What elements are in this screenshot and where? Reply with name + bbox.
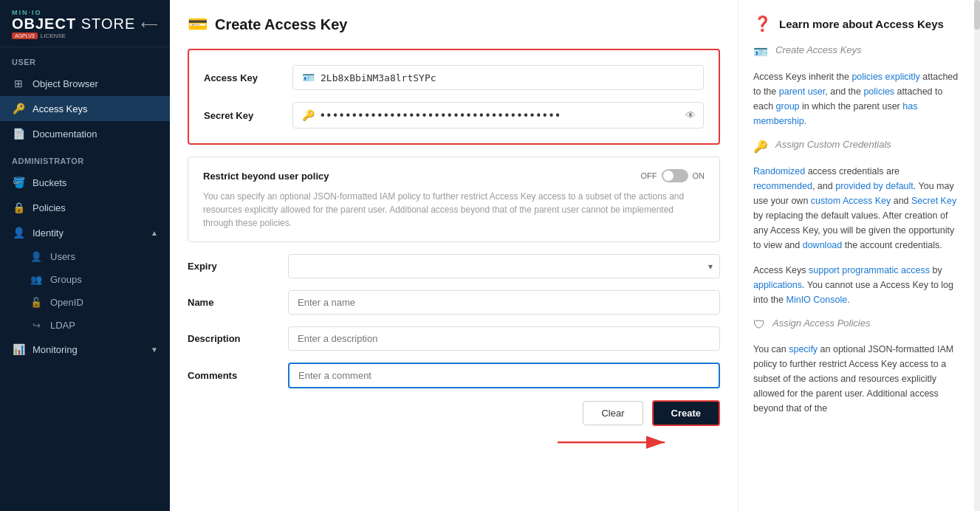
sidebar-item-label: OpenID [50, 297, 83, 308]
scrollbar-track[interactable] [974, 0, 980, 511]
sidebar-item-label: Object Browser [32, 78, 158, 89]
help-creds-label: Assign Custom Credentials [775, 139, 891, 150]
help-section-create: 🪪 Create Access Keys [753, 44, 959, 59]
sidebar-item-label: Policies [32, 202, 158, 213]
sidebar-item-buckets[interactable]: 🪣 Buckets [0, 170, 170, 195]
name-input[interactable] [288, 290, 720, 315]
help-icon: ❓ [753, 15, 772, 32]
restrict-policy-section: Restrict beyond user policy OFF ON You c… [188, 157, 720, 242]
secret-key-field: Secret Key 🔑 •••••••••••••••••••••••••••… [204, 102, 704, 128]
sidebar-logo: MIN·IO OBJECT STORE AGPLV3 LICENSE ⟵ [0, 0, 170, 47]
sidebar-item-monitoring[interactable]: 📊 Monitoring ▼ [0, 337, 170, 362]
description-input[interactable] [288, 326, 720, 351]
comments-label: Comments [188, 370, 276, 381]
name-label: Name [188, 297, 276, 308]
create-button[interactable]: Create [652, 400, 720, 426]
secret-key-dots: •••••••••••••••••••••••••••••••••••••• [321, 109, 694, 122]
expiry-field: Expiry 1 Hour 1 Day 7 Days ▾ [188, 254, 720, 278]
clear-button[interactable]: Clear [583, 401, 643, 425]
help-creds-text: Randomized access credentials are recomm… [753, 164, 959, 253]
help-programmatic-text: Access Keys support programmatic access … [753, 263, 959, 307]
user-icon: 👤 [30, 251, 43, 262]
arrow-indicator [558, 429, 676, 456]
content-panel: 💳 Create Access Key Access Key 🪪 2Lb8xBb… [170, 0, 738, 511]
logo-text: MIN·IO OBJECT STORE AGPLV3 LICENSE [12, 9, 135, 39]
sidebar-item-access-keys[interactable]: 🔑 Access Keys [0, 96, 170, 121]
comments-input[interactable] [288, 363, 720, 388]
sidebar-item-openid[interactable]: 🔓 OpenID [0, 291, 170, 314]
page-title: Create Access Key [215, 16, 347, 33]
help-creds-icon: 🔑 [753, 140, 768, 154]
key-icon: 🔑 [12, 103, 25, 114]
action-row: Clear Create [188, 400, 720, 426]
help-section-custom-creds: 🔑 Assign Custom Credentials [753, 139, 959, 154]
help-policy-text: You can specify an optional JSON-formatt… [753, 342, 959, 416]
identity-icon: 👤 [12, 227, 25, 239]
restrict-title: Restrict beyond user policy [203, 171, 329, 182]
grid-icon: ⊞ [12, 78, 25, 89]
sidebar: MIN·IO OBJECT STORE AGPLV3 LICENSE ⟵ Use… [0, 0, 170, 511]
description-field: Description [188, 326, 720, 351]
chevron-down-icon: ▼ [151, 346, 158, 354]
sidebar-item-groups[interactable]: 👥 Groups [0, 268, 170, 291]
sidebar-item-documentation[interactable]: 📄 Documentation [0, 121, 170, 146]
admin-section-label: Administrator [0, 146, 170, 170]
secret-key-display[interactable]: 🔑 ••••••••••••••••••••••••••••••••••••••… [292, 102, 704, 128]
help-panel: ❓ Learn more about Access Keys 🪪 Create … [738, 0, 974, 511]
access-key-label: Access Key [204, 72, 292, 83]
sidebar-item-identity[interactable]: 👤 Identity ▲ [0, 220, 170, 245]
sidebar-item-policies[interactable]: 🔒 Policies [0, 195, 170, 220]
logo-product: OBJECT STORE [12, 16, 135, 31]
monitoring-icon: 📊 [12, 343, 25, 355]
collapse-sidebar-button[interactable]: ⟵ [141, 17, 158, 31]
lock-icon: 🔒 [12, 202, 25, 213]
access-key-field: Access Key 🪪 2Lb8xBbiNM3a8lrtSYPc [204, 65, 704, 90]
help-title: Learn more about Access Keys [779, 18, 944, 30]
sidebar-item-label: Documentation [32, 128, 158, 140]
scrollbar-thumb[interactable] [974, 0, 980, 30]
logo-license: AGPLV3 LICENSE [12, 32, 135, 39]
description-label: Description [188, 333, 276, 344]
toggle-on-label: ON [693, 171, 705, 180]
secret-key-input-wrap: 🔑 ••••••••••••••••••••••••••••••••••••••… [292, 102, 704, 128]
help-policy-icon: 🛡 [753, 318, 765, 332]
access-key-value: 2Lb8xBbiNM3a8lrtSYPc [321, 72, 436, 83]
sidebar-item-users[interactable]: 👤 Users [0, 245, 170, 268]
sidebar-item-label: Identity [32, 227, 143, 239]
restrict-header: Restrict beyond user policy OFF ON [203, 169, 705, 182]
comments-field: Comments [188, 363, 720, 388]
access-key-display[interactable]: 🪪 2Lb8xBbiNM3a8lrtSYPc [292, 65, 704, 90]
restrict-description: You can specify an optional JSON-formatt… [203, 190, 705, 230]
sidebar-item-label: Users [50, 251, 75, 262]
toggle-visibility-button[interactable]: 👁 [685, 109, 696, 121]
access-key-field-icon: 🪪 [302, 72, 315, 83]
help-policy-label: Assign Access Policies [772, 318, 870, 329]
help-header: ❓ Learn more about Access Keys [753, 15, 959, 32]
expiry-label: Expiry [188, 261, 276, 272]
sidebar-item-label: Access Keys [32, 103, 158, 114]
sidebar-item-label: Buckets [32, 177, 158, 188]
sidebar-item-label: Monitoring [32, 344, 143, 355]
credentials-card: Access Key 🪪 2Lb8xBbiNM3a8lrtSYPc Secret… [188, 49, 720, 145]
ldap-icon: ↪ [30, 320, 43, 331]
name-field: Name [188, 290, 720, 315]
restrict-policy-toggle[interactable] [662, 169, 688, 182]
openid-icon: 🔓 [30, 297, 43, 308]
toggle-off-label: OFF [641, 171, 657, 180]
user-section-label: User [0, 47, 170, 71]
sidebar-item-ldap[interactable]: ↪ LDAP [0, 314, 170, 337]
expiry-select-wrap: 1 Hour 1 Day 7 Days ▾ [288, 254, 720, 278]
toggle-wrap: OFF ON [641, 169, 705, 182]
group-icon: 👥 [30, 274, 43, 285]
sidebar-item-label: LDAP [50, 320, 75, 331]
secret-key-field-icon: 🔑 [302, 109, 315, 121]
help-create-text: Access Keys inherit the policies explici… [753, 69, 959, 128]
arrow-indicator-wrap [188, 429, 720, 456]
help-section-policies: 🛡 Assign Access Policies [753, 318, 959, 332]
access-key-input-wrap: 🪪 2Lb8xBbiNM3a8lrtSYPc [292, 65, 704, 90]
access-key-header-icon: 💳 [188, 15, 208, 34]
main-area: 💳 Create Access Key Access Key 🪪 2Lb8xBb… [170, 0, 980, 511]
expiry-select[interactable]: 1 Hour 1 Day 7 Days [288, 254, 720, 278]
chevron-up-icon: ▲ [151, 229, 158, 237]
sidebar-item-object-browser[interactable]: ⊞ Object Browser [0, 71, 170, 96]
